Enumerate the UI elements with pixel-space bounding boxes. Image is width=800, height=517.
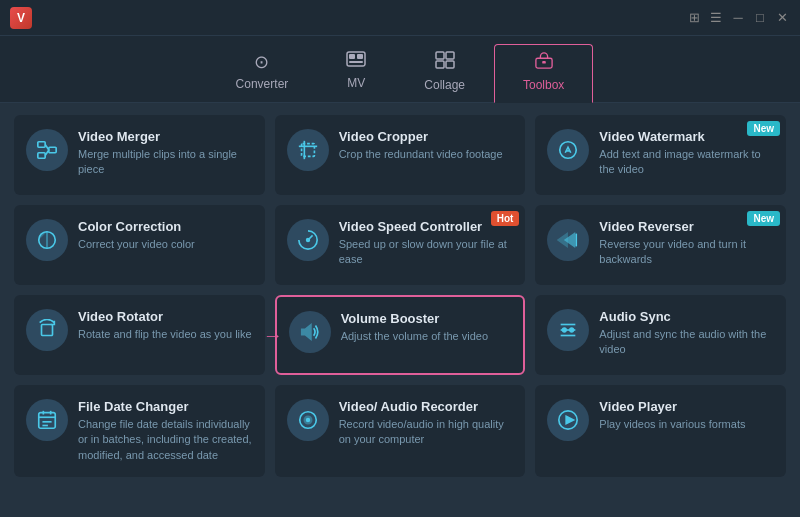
tool-card-volume-booster[interactable]: Volume Booster Adjust the volume of the …	[275, 295, 526, 375]
tool-desc-file-date: Change file date details individually or…	[78, 417, 253, 463]
tool-icon-video-rotator	[26, 309, 68, 351]
tool-desc-video-rotator: Rotate and flip the video as you like	[78, 327, 253, 342]
badge-video-speed: Hot	[491, 211, 520, 226]
tools-grid: Video Merger Merge multiple clips into a…	[0, 103, 800, 517]
tool-desc-video-merger: Merge multiple clips into a single piece	[78, 147, 253, 178]
tool-icon-file-date	[26, 399, 68, 441]
svg-marker-27	[301, 325, 310, 340]
svg-rect-5	[446, 52, 454, 59]
tool-info-color-correction: Color Correction Correct your video colo…	[78, 219, 253, 252]
svg-rect-3	[349, 61, 363, 63]
titlebar-left: V	[10, 7, 40, 29]
tool-desc-video-speed: Speed up or slow down your file at ease	[339, 237, 514, 268]
tool-card-video-speed[interactable]: Video Speed Controller Speed up or slow …	[275, 205, 526, 285]
tool-card-file-date[interactable]: File Date Changer Change file date detai…	[14, 385, 265, 477]
titlebar-controls: ⊞ ☰ ─ □ ✕	[686, 10, 790, 26]
tool-info-volume-booster: Volume Booster Adjust the volume of the …	[341, 311, 512, 344]
tool-info-av-recorder: Video/ Audio Recorder Record video/audio…	[339, 399, 514, 448]
svg-point-18	[560, 142, 577, 159]
tool-card-video-player[interactable]: Video Player Play videos in various form…	[535, 385, 786, 477]
svg-point-30	[570, 328, 574, 332]
tool-card-video-reverser[interactable]: Video Reverser Reverse your video and tu…	[535, 205, 786, 285]
tool-card-video-cropper[interactable]: Video Cropper Crop the redundant video f…	[275, 115, 526, 195]
tool-title-video-merger: Video Merger	[78, 129, 253, 144]
svg-rect-10	[38, 142, 45, 148]
tab-collage[interactable]: Collage	[395, 44, 494, 103]
toolbox-icon	[534, 51, 554, 74]
svg-rect-6	[436, 61, 444, 68]
tool-icon-video-watermark	[547, 129, 589, 171]
menu-button[interactable]: ☰	[708, 10, 724, 26]
tool-title-video-rotator: Video Rotator	[78, 309, 253, 324]
minimize-button[interactable]: ─	[730, 10, 746, 26]
tool-title-video-speed: Video Speed Controller	[339, 219, 514, 234]
toolbox-label: Toolbox	[523, 78, 564, 92]
mv-icon	[346, 51, 366, 72]
converter-label: Converter	[236, 77, 289, 91]
badge-video-watermark: New	[747, 121, 780, 136]
tool-card-video-rotator[interactable]: Video Rotator Rotate and flip the video …	[14, 295, 265, 375]
svg-rect-4	[436, 52, 444, 59]
svg-rect-26	[42, 325, 53, 336]
svg-rect-1	[349, 54, 355, 59]
tool-title-audio-sync: Audio Sync	[599, 309, 774, 324]
tool-desc-video-player: Play videos in various formats	[599, 417, 774, 432]
tool-desc-volume-booster: Adjust the volume of the video	[341, 329, 512, 344]
mv-label: MV	[347, 76, 365, 90]
tool-info-video-merger: Video Merger Merge multiple clips into a…	[78, 129, 253, 178]
tool-title-file-date: File Date Changer	[78, 399, 253, 414]
tool-icon-audio-sync	[547, 309, 589, 351]
badge-video-reverser: New	[747, 211, 780, 226]
tool-card-video-merger[interactable]: Video Merger Merge multiple clips into a…	[14, 115, 265, 195]
tool-desc-color-correction: Correct your video color	[78, 237, 253, 252]
tool-desc-video-reverser: Reverse your video and turn it backwards	[599, 237, 774, 268]
svg-rect-15	[301, 144, 314, 157]
tool-icon-video-speed	[287, 219, 329, 261]
svg-point-22	[306, 239, 309, 242]
tool-info-video-cropper: Video Cropper Crop the redundant video f…	[339, 129, 514, 162]
tool-title-video-player: Video Player	[599, 399, 774, 414]
tool-info-video-rotator: Video Rotator Rotate and flip the video …	[78, 309, 253, 342]
tool-icon-av-recorder	[287, 399, 329, 441]
tool-info-video-reverser: Video Reverser Reverse your video and tu…	[599, 219, 774, 268]
maximize-button[interactable]: □	[752, 10, 768, 26]
close-button[interactable]: ✕	[774, 10, 790, 26]
tool-card-video-watermark[interactable]: Video Watermark Add text and image water…	[535, 115, 786, 195]
collage-label: Collage	[424, 78, 465, 92]
tool-desc-audio-sync: Adjust and sync the audio with the video	[599, 327, 774, 358]
tool-desc-video-watermark: Add text and image watermark to the vide…	[599, 147, 774, 178]
tool-card-av-recorder[interactable]: Video/ Audio Recorder Record video/audio…	[275, 385, 526, 477]
svg-rect-7	[446, 61, 454, 68]
titlebar: V ⊞ ☰ ─ □ ✕	[0, 0, 800, 36]
tab-mv[interactable]: MV	[317, 44, 395, 103]
tool-info-video-player: Video Player Play videos in various form…	[599, 399, 774, 432]
svg-rect-2	[357, 54, 363, 59]
tool-title-av-recorder: Video/ Audio Recorder	[339, 399, 514, 414]
nav-tabs: ⊙ Converter MV Collage	[0, 36, 800, 103]
svg-marker-41	[566, 416, 573, 423]
svg-point-39	[306, 419, 309, 422]
svg-rect-12	[49, 147, 56, 153]
tool-title-color-correction: Color Correction	[78, 219, 253, 234]
tool-desc-video-cropper: Crop the redundant video footage	[339, 147, 514, 162]
tool-info-audio-sync: Audio Sync Adjust and sync the audio wit…	[599, 309, 774, 358]
tool-icon-video-player	[547, 399, 589, 441]
tool-card-color-correction[interactable]: Color Correction Correct your video colo…	[14, 205, 265, 285]
tool-info-video-speed: Video Speed Controller Speed up or slow …	[339, 219, 514, 268]
svg-rect-11	[38, 153, 45, 159]
tool-icon-video-merger	[26, 129, 68, 171]
tab-converter[interactable]: ⊙ Converter	[207, 44, 318, 103]
tool-icon-color-correction	[26, 219, 68, 261]
tool-title-video-cropper: Video Cropper	[339, 129, 514, 144]
svg-rect-9	[542, 61, 546, 64]
tool-info-file-date: File Date Changer Change file date detai…	[78, 399, 253, 463]
converter-icon: ⊙	[254, 51, 269, 73]
tool-info-video-watermark: Video Watermark Add text and image water…	[599, 129, 774, 178]
tool-card-audio-sync[interactable]: Audio Sync Adjust and sync the audio wit…	[535, 295, 786, 375]
tool-icon-volume-booster	[289, 311, 331, 353]
tool-icon-video-reverser	[547, 219, 589, 261]
tool-title-volume-booster: Volume Booster	[341, 311, 512, 326]
grid-button[interactable]: ⊞	[686, 10, 702, 26]
tab-toolbox[interactable]: Toolbox	[494, 44, 593, 103]
tool-icon-video-cropper	[287, 129, 329, 171]
